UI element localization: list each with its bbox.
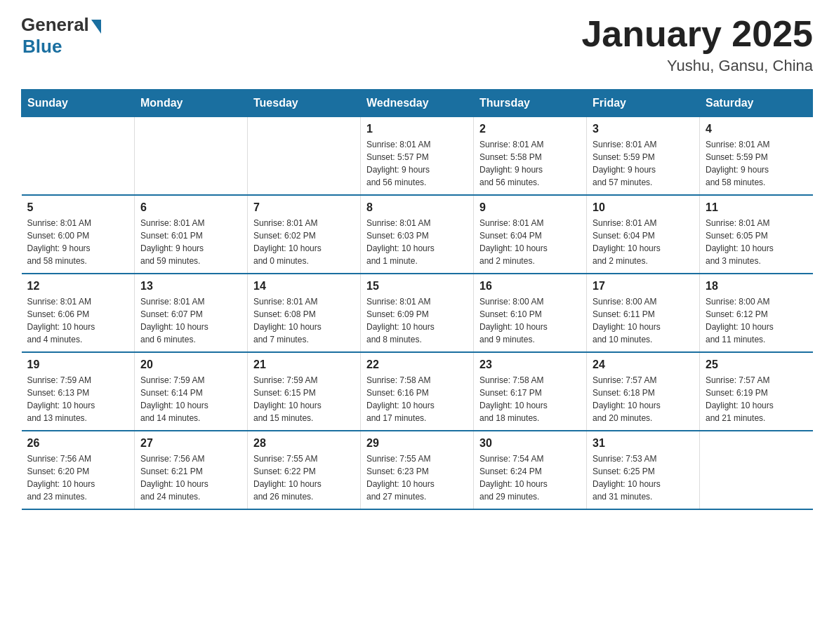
day-info: Sunrise: 7:54 AMSunset: 6:24 PMDaylight:… (479, 452, 581, 503)
calendar-body: 1Sunrise: 8:01 AMSunset: 5:57 PMDaylight… (22, 117, 813, 510)
calendar-cell: 15Sunrise: 8:01 AMSunset: 6:09 PMDayligh… (361, 274, 474, 352)
day-number: 4 (706, 123, 807, 135)
day-number: 6 (140, 201, 241, 214)
calendar-cell: 22Sunrise: 7:58 AMSunset: 6:16 PMDayligh… (361, 352, 474, 431)
calendar-cell (248, 117, 361, 196)
location-subtitle: Yushu, Gansu, China (581, 57, 813, 75)
day-info: Sunrise: 8:01 AMSunset: 6:04 PMDaylight:… (479, 217, 581, 267)
calendar-cell: 11Sunrise: 8:01 AMSunset: 6:05 PMDayligh… (700, 195, 813, 274)
calendar-cell: 21Sunrise: 7:59 AMSunset: 6:15 PMDayligh… (248, 352, 361, 431)
calendar-cell: 26Sunrise: 7:56 AMSunset: 6:20 PMDayligh… (22, 431, 135, 509)
logo-blue-text: Blue (22, 36, 62, 58)
day-number: 3 (593, 123, 694, 135)
day-info: Sunrise: 7:59 AMSunset: 6:13 PMDaylight:… (27, 374, 129, 424)
week-row-4: 19Sunrise: 7:59 AMSunset: 6:13 PMDayligh… (22, 352, 813, 431)
header-day-saturday: Saturday (700, 90, 813, 117)
day-number: 13 (140, 280, 241, 293)
calendar-cell: 1Sunrise: 8:01 AMSunset: 5:57 PMDaylight… (361, 117, 474, 196)
day-number: 29 (366, 437, 468, 450)
header-day-thursday: Thursday (474, 90, 587, 117)
day-number: 16 (479, 280, 581, 293)
calendar-table: SundayMondayTuesdayWednesdayThursdayFrid… (21, 89, 813, 510)
calendar-cell: 12Sunrise: 8:01 AMSunset: 6:06 PMDayligh… (22, 274, 135, 352)
calendar-cell: 6Sunrise: 8:01 AMSunset: 6:01 PMDaylight… (135, 195, 248, 274)
calendar-cell: 14Sunrise: 8:01 AMSunset: 6:08 PMDayligh… (248, 274, 361, 352)
day-number: 24 (593, 358, 694, 371)
header-day-sunday: Sunday (22, 90, 135, 117)
day-info: Sunrise: 8:01 AMSunset: 6:08 PMDaylight:… (253, 295, 355, 346)
day-number: 18 (706, 280, 807, 293)
calendar-cell: 25Sunrise: 7:57 AMSunset: 6:19 PMDayligh… (700, 352, 813, 431)
day-info: Sunrise: 8:00 AMSunset: 6:10 PMDaylight:… (479, 295, 581, 346)
header-row: SundayMondayTuesdayWednesdayThursdayFrid… (22, 90, 813, 117)
title-area: January 2025 Yushu, Gansu, China (581, 14, 813, 75)
day-number: 2 (479, 123, 581, 135)
day-info: Sunrise: 7:56 AMSunset: 6:21 PMDaylight:… (140, 452, 241, 503)
calendar-cell: 27Sunrise: 7:56 AMSunset: 6:21 PMDayligh… (135, 431, 248, 509)
day-info: Sunrise: 8:01 AMSunset: 5:59 PMDaylight:… (593, 138, 694, 189)
day-number: 5 (27, 201, 129, 214)
day-info: Sunrise: 8:01 AMSunset: 6:06 PMDaylight:… (27, 295, 129, 346)
day-number: 22 (366, 358, 468, 371)
day-info: Sunrise: 7:56 AMSunset: 6:20 PMDaylight:… (27, 452, 129, 503)
calendar-cell: 19Sunrise: 7:59 AMSunset: 6:13 PMDayligh… (22, 352, 135, 431)
day-number: 25 (706, 358, 807, 371)
day-number: 14 (253, 280, 355, 293)
calendar-cell: 4Sunrise: 8:01 AMSunset: 5:59 PMDaylight… (700, 117, 813, 196)
calendar-cell: 3Sunrise: 8:01 AMSunset: 5:59 PMDaylight… (587, 117, 700, 196)
day-info: Sunrise: 7:53 AMSunset: 6:25 PMDaylight:… (593, 452, 694, 503)
day-info: Sunrise: 8:00 AMSunset: 6:11 PMDaylight:… (593, 295, 694, 346)
calendar-cell: 16Sunrise: 8:00 AMSunset: 6:10 PMDayligh… (474, 274, 587, 352)
day-info: Sunrise: 8:01 AMSunset: 6:05 PMDaylight:… (706, 217, 807, 267)
day-info: Sunrise: 8:01 AMSunset: 5:59 PMDaylight:… (706, 138, 807, 189)
calendar-cell: 9Sunrise: 8:01 AMSunset: 6:04 PMDaylight… (474, 195, 587, 274)
day-info: Sunrise: 8:01 AMSunset: 6:04 PMDaylight:… (593, 217, 694, 267)
calendar-header: SundayMondayTuesdayWednesdayThursdayFrid… (22, 90, 813, 117)
week-row-3: 12Sunrise: 8:01 AMSunset: 6:06 PMDayligh… (22, 274, 813, 352)
calendar-cell: 24Sunrise: 7:57 AMSunset: 6:18 PMDayligh… (587, 352, 700, 431)
header-day-wednesday: Wednesday (361, 90, 474, 117)
page-header: General Blue January 2025 Yushu, Gansu, … (21, 14, 813, 75)
calendar-cell: 17Sunrise: 8:00 AMSunset: 6:11 PMDayligh… (587, 274, 700, 352)
day-number: 11 (706, 201, 807, 214)
day-info: Sunrise: 7:58 AMSunset: 6:16 PMDaylight:… (366, 374, 468, 424)
week-row-1: 1Sunrise: 8:01 AMSunset: 5:57 PMDaylight… (22, 117, 813, 196)
day-number: 15 (366, 280, 468, 293)
logo-general-text: General (21, 14, 89, 36)
day-info: Sunrise: 7:55 AMSunset: 6:22 PMDaylight:… (253, 452, 355, 503)
day-number: 28 (253, 437, 355, 450)
day-info: Sunrise: 8:00 AMSunset: 6:12 PMDaylight:… (706, 295, 807, 346)
day-info: Sunrise: 8:01 AMSunset: 6:03 PMDaylight:… (366, 217, 468, 267)
day-number: 8 (366, 201, 468, 214)
day-number: 9 (479, 201, 581, 214)
calendar-cell: 18Sunrise: 8:00 AMSunset: 6:12 PMDayligh… (700, 274, 813, 352)
calendar-cell: 7Sunrise: 8:01 AMSunset: 6:02 PMDaylight… (248, 195, 361, 274)
calendar-cell: 8Sunrise: 8:01 AMSunset: 6:03 PMDaylight… (361, 195, 474, 274)
day-info: Sunrise: 7:57 AMSunset: 6:18 PMDaylight:… (593, 374, 694, 424)
calendar-cell: 13Sunrise: 8:01 AMSunset: 6:07 PMDayligh… (135, 274, 248, 352)
day-info: Sunrise: 8:01 AMSunset: 6:07 PMDaylight:… (140, 295, 241, 346)
calendar-cell: 5Sunrise: 8:01 AMSunset: 6:00 PMDaylight… (22, 195, 135, 274)
calendar-cell: 23Sunrise: 7:58 AMSunset: 6:17 PMDayligh… (474, 352, 587, 431)
day-info: Sunrise: 7:55 AMSunset: 6:23 PMDaylight:… (366, 452, 468, 503)
header-day-tuesday: Tuesday (248, 90, 361, 117)
day-info: Sunrise: 8:01 AMSunset: 5:58 PMDaylight:… (479, 138, 581, 189)
day-info: Sunrise: 8:01 AMSunset: 6:00 PMDaylight:… (27, 217, 129, 267)
day-number: 30 (479, 437, 581, 450)
calendar-cell: 29Sunrise: 7:55 AMSunset: 6:23 PMDayligh… (361, 431, 474, 509)
week-row-2: 5Sunrise: 8:01 AMSunset: 6:00 PMDaylight… (22, 195, 813, 274)
day-info: Sunrise: 8:01 AMSunset: 5:57 PMDaylight:… (366, 138, 468, 189)
day-info: Sunrise: 8:01 AMSunset: 6:02 PMDaylight:… (253, 217, 355, 267)
day-info: Sunrise: 7:58 AMSunset: 6:17 PMDaylight:… (479, 374, 581, 424)
calendar-cell: 2Sunrise: 8:01 AMSunset: 5:58 PMDaylight… (474, 117, 587, 196)
calendar-cell: 10Sunrise: 8:01 AMSunset: 6:04 PMDayligh… (587, 195, 700, 274)
day-number: 12 (27, 280, 129, 293)
day-number: 27 (140, 437, 241, 450)
day-number: 17 (593, 280, 694, 293)
day-number: 19 (27, 358, 129, 371)
week-row-5: 26Sunrise: 7:56 AMSunset: 6:20 PMDayligh… (22, 431, 813, 509)
calendar-cell (700, 431, 813, 509)
calendar-cell (22, 117, 135, 196)
logo: General Blue (21, 14, 101, 58)
calendar-cell: 28Sunrise: 7:55 AMSunset: 6:22 PMDayligh… (248, 431, 361, 509)
